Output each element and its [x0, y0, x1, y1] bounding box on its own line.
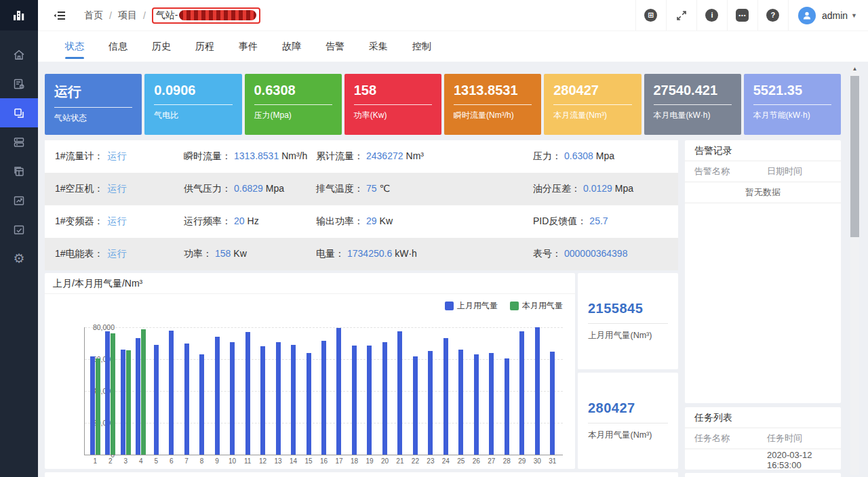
trend-chart-icon	[12, 194, 26, 207]
sidebar-item-devices[interactable]	[0, 127, 38, 157]
sidebar-item-report[interactable]	[0, 69, 38, 98]
sidebar-item-windows[interactable]	[0, 157, 38, 186]
field-value: 25.7	[589, 215, 608, 226]
right-column: 告警记录 告警名称 日期时间 暂无数据 任务列表 任务名称 任务时间	[685, 140, 841, 477]
task-row[interactable]: 2020-03-12 16:53:00	[685, 449, 841, 470]
field-unit: Nm³/h	[281, 150, 307, 161]
field-label: 排气温度：	[316, 183, 363, 194]
home-icon	[12, 48, 26, 62]
scroll-up-arrow-icon[interactable]: ▲	[852, 64, 858, 74]
nav-grid-icon: ⊞	[644, 9, 657, 22]
tab-9[interactable]: 控制	[400, 41, 443, 62]
help-button[interactable]: ?	[757, 0, 788, 30]
device-status-link[interactable]: 运行	[108, 215, 127, 226]
上月用气量-bar	[90, 356, 95, 455]
本月用气量-bar	[141, 329, 146, 455]
sidebar-item-projects[interactable]	[0, 98, 38, 127]
legend-item[interactable]: 本月用气量	[510, 300, 563, 312]
bar-group: 4	[133, 327, 148, 455]
task-panel-title: 任务列表	[685, 407, 841, 428]
sidebar-item-trend[interactable]	[0, 186, 38, 215]
stat-card-value: 5521.35	[753, 83, 831, 98]
middle-region: 1#流量计：运行瞬时流量：1313.8531Nm³/h累计流量：2436272N…	[45, 140, 841, 477]
x-axis-tick: 30	[534, 457, 541, 465]
bar-group: 29	[515, 327, 530, 455]
field-label: 供气压力：	[184, 183, 231, 194]
stat-card-3: 0.6308压力(Mpa)	[245, 74, 342, 135]
上月用气量-bar	[519, 331, 524, 455]
alarm-name-column: 告警名称	[694, 165, 767, 178]
x-axis-tick: 8	[200, 457, 204, 465]
nav-grid-button[interactable]: ⊞	[635, 0, 666, 30]
x-axis-tick: 5	[154, 457, 158, 465]
fullscreen-icon	[676, 10, 687, 21]
divider	[354, 104, 432, 105]
bar-group: 16	[316, 327, 331, 455]
last-month-usage-value: 2155845	[588, 301, 678, 316]
alarm-records-panel: 告警记录 告警名称 日期时间 暂无数据	[685, 140, 841, 403]
breadcrumb-station[interactable]: 气站-	[152, 7, 261, 24]
chart-row: 上月/本月用气量/Nm³ 上月用气量本月用气量 80,00060,00040,0…	[45, 273, 678, 469]
device-field: 累计流量：2436272Nm³	[316, 150, 533, 163]
sidebar-item-tasks[interactable]	[0, 215, 38, 244]
server-stack-icon	[12, 136, 26, 149]
message-button[interactable]: •••	[727, 0, 757, 30]
tab-3[interactable]: 历史	[140, 41, 183, 62]
stat-card-value: 1313.8531	[454, 83, 532, 98]
sidebar-item-home[interactable]	[0, 40, 38, 69]
task-list-panel: 任务列表 任务名称 任务时间 2020-03-12 16:53:00	[685, 407, 841, 470]
divider	[588, 323, 668, 324]
menu-collapse-icon[interactable]	[53, 9, 66, 22]
sidebar-item-settings[interactable]: ⚙	[0, 244, 38, 273]
x-axis-tick: 21	[396, 457, 403, 465]
buildings-logo-icon	[11, 7, 27, 24]
alarm-empty-text: 暂无数据	[685, 182, 841, 203]
tab-2[interactable]: 信息	[96, 41, 140, 62]
legend-item[interactable]: 上月用气量	[445, 300, 498, 312]
bar-group: 3	[118, 327, 133, 455]
上月用气量-bar	[428, 351, 433, 455]
breadcrumb-home[interactable]: 首页	[84, 9, 103, 22]
device-status-link[interactable]: 运行	[108, 248, 127, 259]
bar-group: 12	[255, 327, 270, 455]
vertical-scrollbar[interactable]: ▲	[850, 64, 859, 475]
device-status-link[interactable]: 运行	[108, 150, 127, 161]
tab-4[interactable]: 历程	[183, 41, 226, 62]
field-label: 表号：	[533, 248, 561, 259]
scrollbar-thumb[interactable]	[850, 76, 859, 237]
bar-group: 23	[423, 327, 438, 455]
tab-7[interactable]: 告警	[313, 41, 357, 62]
x-axis-tick: 2	[108, 457, 113, 465]
field-label: 压力：	[533, 150, 561, 161]
field-unit: Nm³	[406, 150, 424, 161]
tab-1[interactable]: 状态	[53, 41, 96, 62]
stat-card-4: 158功率(Kw)	[344, 74, 441, 135]
x-axis-tick: 24	[442, 457, 450, 465]
legend-swatch-icon	[510, 302, 519, 310]
checked-box-icon	[12, 223, 26, 236]
stat-card-label: 瞬时流量(Nm³/h)	[454, 110, 532, 121]
stat-card-value: 280427	[553, 83, 631, 98]
breadcrumb-project[interactable]: 项目	[118, 9, 137, 22]
summary-cards-column: 2155845 上月用气量(Nm³) 280427 本月用气量(Nm³)	[578, 273, 678, 469]
navbar-actions: ⊞ i ••• ?	[635, 0, 868, 30]
x-axis-tick: 17	[335, 457, 342, 465]
device-status-link[interactable]: 运行	[108, 183, 127, 194]
x-axis-tick: 6	[170, 457, 174, 465]
上月用气量-bar	[105, 331, 110, 455]
tab-6[interactable]: 故障	[270, 41, 313, 62]
tab-8[interactable]: 采集	[357, 41, 400, 62]
user-menu[interactable]: admin ▼	[788, 0, 868, 30]
divider	[654, 104, 732, 105]
help-icon: ?	[766, 9, 779, 22]
tab-5[interactable]: 事件	[226, 41, 270, 62]
stat-card-value: 运行	[54, 83, 132, 101]
divider	[154, 104, 232, 105]
本月用气量-bar	[126, 350, 131, 455]
stat-card-label: 本月节能(kW·h)	[753, 110, 831, 121]
上月用气量-bar	[276, 342, 281, 455]
info-button[interactable]: i	[696, 0, 727, 30]
device-field: 电量：1734250.6kW·h	[316, 248, 533, 260]
fullscreen-button[interactable]	[666, 0, 696, 30]
left-column: 1#流量计：运行瞬时流量：1313.8531Nm³/h累计流量：2436272N…	[45, 140, 678, 477]
